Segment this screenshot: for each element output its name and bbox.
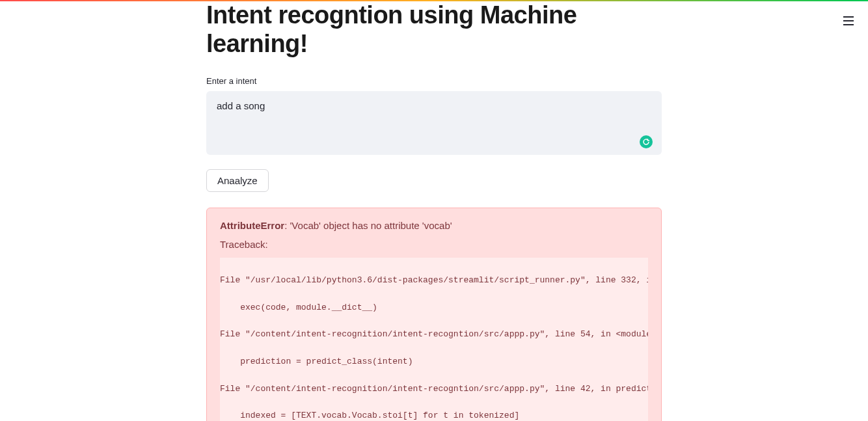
traceback-line: File "/content/intent-recognition/intent… — [220, 383, 648, 396]
traceback-line: prediction = predict_class(intent) — [220, 355, 648, 369]
traceback-line: exec(code, module.__dict__) — [220, 301, 648, 315]
main-content: Intent recogntion using Machine learning… — [206, 1, 662, 421]
error-title: AttributeError: 'Vocab' object has no at… — [220, 220, 648, 231]
intent-input-label: Enter a intent — [206, 76, 662, 86]
traceback-line: indexed = [TEXT.vocab.Vocab.stoi[t] for … — [220, 409, 648, 421]
intent-input-wrap — [206, 91, 662, 157]
error-name: AttributeError — [220, 220, 284, 231]
page-title: Intent recogntion using Machine learning… — [206, 1, 662, 58]
analyze-button[interactable]: Anaalyze — [206, 169, 269, 192]
error-message: : 'Vocab' object has no attribute 'vocab… — [284, 220, 452, 231]
traceback-label: Traceback: — [220, 239, 648, 250]
hamburger-menu[interactable] — [839, 12, 858, 30]
traceback-line: File "/content/intent-recognition/intent… — [220, 328, 648, 342]
error-alert: AttributeError: 'Vocab' object has no at… — [206, 208, 662, 421]
traceback-line: File "/usr/local/lib/python3.6/dist-pack… — [220, 274, 648, 288]
traceback-code[interactable]: File "/usr/local/lib/python3.6/dist-pack… — [220, 258, 648, 421]
intent-input[interactable] — [206, 91, 662, 155]
